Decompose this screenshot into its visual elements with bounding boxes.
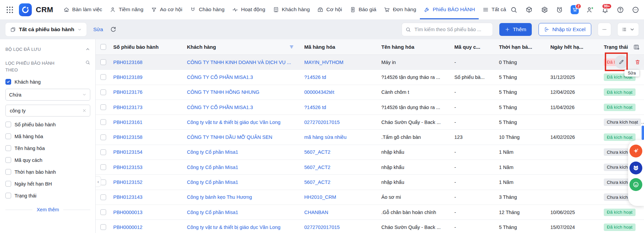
filter-value-input[interactable]: [9, 108, 82, 114]
sidebar-collapse-handle[interactable]: ‹: [96, 176, 101, 187]
row-checkbox[interactable]: [100, 74, 106, 80]
customer-link[interactable]: CÔNG TY TNHH DẦU MỠ QUÂN SEN: [187, 134, 304, 140]
product-lookup-button[interactable]: [525, 6, 533, 14]
product-code-link[interactable]: HH2010_CRM: [304, 194, 381, 200]
row-edit-button[interactable]: [615, 55, 628, 69]
customer-link[interactable]: Công ty bánh kẹo Thu Hương: [187, 194, 304, 200]
warranty-id-link[interactable]: PBH0000012: [113, 225, 187, 230]
nav-item-warranty-tickets[interactable]: Phiếu BẢO HÀNH: [420, 0, 479, 19]
ai-assistant-button[interactable]: [629, 145, 642, 157]
customize-columns-icon[interactable]: [633, 44, 640, 50]
help-button[interactable]: [616, 6, 624, 14]
clear-icon[interactable]: [82, 108, 87, 113]
table-row[interactable]: PBH0123161 Công ty vật tư & thiết bị giá…: [96, 115, 644, 130]
customer-link[interactable]: CÔNG TY TNHH HỒNG NHUNG: [187, 89, 304, 95]
misa-logo[interactable]: [19, 3, 32, 16]
col-header-product-name[interactable]: Tên hàng hóa: [381, 44, 454, 50]
select-all-checkbox[interactable]: [100, 44, 106, 50]
table-row[interactable]: PBH0123176 CÔNG TY TNHH HỒNG NHUNG 00000…: [96, 85, 644, 100]
warranty-id-link[interactable]: PBH0123173: [113, 105, 187, 110]
global-search-button[interactable]: [510, 6, 518, 14]
customer-link[interactable]: CÔNG TY CỔ PHẦN MISA1.3: [187, 105, 304, 110]
more-apps-button[interactable]: [631, 6, 640, 14]
filter-customer-checkbox[interactable]: Khách hàng: [5, 79, 90, 85]
warranty-id-link[interactable]: PBH0000013: [113, 210, 187, 215]
product-code-link[interactable]: MAYIN_HVTHOM: [304, 60, 381, 65]
view-selector[interactable]: Tất cả phiếu bảo hành: [5, 23, 87, 36]
product-code-link[interactable]: mã hàng sửa nhiều: [304, 134, 381, 140]
nav-item-workspace[interactable]: Bàn làm việc: [59, 0, 106, 19]
table-row[interactable]: PBH0123152 Công ty Cổ phần Misa1 5607_AC…: [96, 175, 644, 190]
customer-link[interactable]: Công ty vật tư & thiết bị giáo dục Vân L…: [187, 120, 304, 125]
col-header-expiry[interactable]: Ngày hết hạ...: [550, 44, 604, 50]
nav-item-leads[interactable]: Tiềm năng: [106, 0, 147, 19]
table-row[interactable]: PBH0000013 Công ty Cổ phần Misa1 CHANBAN…: [96, 205, 644, 220]
warranty-id-link[interactable]: PBH0123158: [113, 134, 187, 140]
row-checkbox[interactable]: [100, 149, 106, 155]
product-code-link[interactable]: ?14526 td: [304, 75, 381, 80]
nav-item-offers[interactable]: Chào hàng: [186, 0, 228, 19]
table-row[interactable]: PBH0000012 Công ty vật tư & thiết bị giá…: [96, 220, 644, 233]
search-icon[interactable]: [85, 60, 90, 65]
row-delete-button[interactable]: [631, 55, 644, 69]
col-header-product-code[interactable]: Mã hàng hóa: [304, 44, 381, 50]
settings-button[interactable]: [540, 6, 548, 14]
table-row[interactable]: PBH0123153 Công ty Cổ phần Misa1 5607_AC…: [96, 160, 644, 175]
filter-field-checkbox[interactable]: Tên hàng hóa: [5, 142, 90, 154]
table-row[interactable]: PBH0123189 CÔNG TY CỔ PHẦN MISA1.3 ?1452…: [96, 70, 644, 85]
product-code-link[interactable]: 5607_ACT2: [304, 179, 381, 185]
table-row[interactable]: PBH0123173 CÔNG TY CỔ PHẦN MISA1.3 ?1452…: [96, 100, 644, 115]
row-checkbox[interactable]: [100, 59, 106, 65]
col-header-warranty[interactable]: Thời hạn bả...: [499, 44, 550, 50]
refresh-icon[interactable]: [110, 26, 117, 33]
filter-field-checkbox[interactable]: Ngày hết hạn BH: [5, 178, 90, 190]
warranty-id-link[interactable]: PBH0123153: [113, 165, 187, 170]
customer-link[interactable]: Công ty Cổ phần Misa1: [187, 179, 304, 185]
filter-field-checkbox[interactable]: Thời hạn bảo hành: [5, 166, 90, 178]
nav-item-opportunity-pool[interactable]: Ao cơ hội: [147, 0, 186, 19]
warranty-id-link[interactable]: PBH0123161: [113, 120, 187, 125]
warranty-id-link[interactable]: PBH0123143: [113, 194, 187, 200]
chat-support-button[interactable]: [629, 178, 642, 191]
column-filter-icon[interactable]: [289, 44, 294, 49]
table-row[interactable]: PBH0123143 Công ty bánh kẹo Thu Hương HH…: [96, 190, 644, 205]
show-more-link[interactable]: Xem thêm: [37, 207, 59, 212]
warranty-id-link[interactable]: PBH0123154: [113, 149, 187, 155]
filter-field-checkbox[interactable]: Số phiếu bảo hành: [5, 119, 90, 130]
table-row[interactable]: PBH0123154 Công ty Cổ phần Misa1 5607_AC…: [96, 145, 644, 160]
nav-item-orders[interactable]: Đơn hàng: [380, 0, 420, 19]
filter-field-checkbox[interactable]: Mã hàng hóa: [5, 130, 90, 142]
nav-item-all[interactable]: Tất cả: [479, 0, 510, 19]
nav-item-quotes[interactable]: Báo giá: [346, 0, 380, 19]
table-row[interactable]: PBH0123158 CÔNG TY TNHH DẦU MỠ QUÂN SEN …: [96, 130, 644, 145]
support-bot-button[interactable]: [629, 162, 642, 174]
customer-link[interactable]: Công ty Cổ phần Misa1: [187, 210, 304, 215]
list-search[interactable]: [402, 23, 493, 36]
nav-item-opportunities[interactable]: Cơ hội: [313, 0, 345, 19]
product-code-link[interactable]: ?14526 td: [304, 105, 381, 110]
vertical-scrollbar[interactable]: [642, 126, 644, 140]
invite-user-button[interactable]: [586, 6, 594, 14]
table-row[interactable]: PBH0123168 CÔNG TY TNHH KINH DOANH VÀ DỊ…: [96, 55, 644, 70]
product-code-link[interactable]: CHANBAN: [304, 210, 381, 215]
notifications-button[interactable]: 99+: [601, 6, 609, 14]
warranty-id-link[interactable]: PBH0123176: [113, 89, 187, 95]
product-code-link[interactable]: 0272702017015: [304, 120, 381, 125]
list-search-input[interactable]: [414, 26, 489, 33]
product-code-link[interactable]: 000004342tét: [304, 89, 381, 95]
filter-value-field[interactable]: [5, 105, 90, 116]
col-header-spec-code[interactable]: Mã quy c...: [454, 44, 499, 50]
layout-switcher[interactable]: [618, 23, 639, 36]
product-code-link[interactable]: 5607_ACT2: [304, 149, 381, 155]
warranty-id-link[interactable]: PBH0123168: [113, 60, 187, 65]
row-checkbox[interactable]: [100, 104, 106, 110]
more-actions-button[interactable]: [598, 23, 611, 36]
warranty-id-link[interactable]: PBH0123152: [113, 179, 187, 185]
filter-field-checkbox[interactable]: Mã quy cách: [5, 154, 90, 166]
import-excel-button[interactable]: Nhập từ Excel: [539, 23, 591, 36]
customer-link[interactable]: CÔNG TY CỔ PHẦN MISA1.3: [187, 75, 304, 80]
saved-filters-header[interactable]: BỘ LỌC ĐÃ LƯU: [5, 47, 90, 52]
row-checkbox[interactable]: [100, 209, 106, 215]
reminder-button[interactable]: [555, 6, 564, 14]
product-code-link[interactable]: 5607_ACT2: [304, 165, 381, 170]
